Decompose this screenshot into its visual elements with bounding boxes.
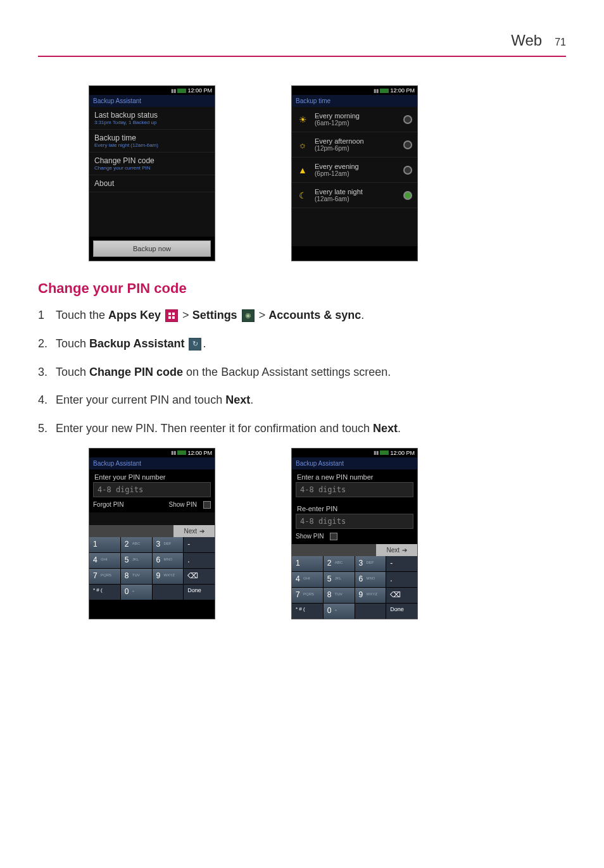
keypad-key[interactable]: * # ( bbox=[89, 585, 120, 600]
keypad-key[interactable]: 4GHI bbox=[292, 572, 323, 587]
numeric-keypad: 1 2ABC 3DEF - 4GHI 5JKL 6MNO . 7PQRS 8TU… bbox=[292, 556, 417, 619]
keypad-key[interactable]: 0+ bbox=[121, 585, 152, 600]
change-pin-heading: Change your PIN code bbox=[38, 280, 566, 297]
radio-button[interactable] bbox=[403, 166, 412, 175]
keypad-key[interactable]: 6MNO bbox=[355, 572, 386, 587]
setting-last-backup-status[interactable]: Last backup status 3:31pm Today, 1 Backe… bbox=[89, 107, 215, 130]
apps-key-icon bbox=[165, 309, 178, 322]
signal-icon: ▮▮ bbox=[374, 450, 379, 456]
next-icon: ➔ bbox=[199, 528, 204, 535]
status-clock: 12:00 PM bbox=[187, 450, 212, 456]
screen-title: Backup time bbox=[292, 95, 417, 107]
keypad-key[interactable]: . bbox=[386, 572, 417, 587]
radio-button[interactable] bbox=[403, 115, 412, 124]
keypad-key[interactable]: 4GHI bbox=[89, 553, 120, 568]
keypad-key[interactable]: 3DEF bbox=[355, 556, 386, 571]
evening-icon: ▲ bbox=[297, 164, 308, 176]
keypad-key[interactable]: 7PQRS bbox=[292, 588, 323, 603]
keypad-key[interactable]: 8TUV bbox=[121, 569, 152, 584]
step-4: 4. Enter your current PIN and touch Next… bbox=[38, 391, 566, 409]
backup-now-button[interactable]: Backup now bbox=[93, 240, 211, 257]
step-2: 2. Touch Backup Assistant ↻. bbox=[38, 335, 566, 353]
option-every-late-night[interactable]: ☾ Every late night (12am-6am) bbox=[292, 183, 417, 208]
option-every-evening[interactable]: ▲ Every evening (6pm-12am) bbox=[292, 158, 417, 183]
keypad-key[interactable] bbox=[355, 604, 386, 619]
status-clock: 12:00 PM bbox=[390, 450, 415, 456]
section-header: Web bbox=[511, 32, 542, 49]
keypad-key[interactable]: 9WXYZ bbox=[153, 569, 184, 584]
keypad-key[interactable]: 9WXYZ bbox=[355, 588, 386, 603]
header-rule bbox=[38, 56, 566, 57]
show-pin-label: Show PIN bbox=[296, 533, 324, 540]
show-pin-checkbox[interactable] bbox=[203, 501, 211, 509]
screenshot-new-pin: ▮▮ 12:00 PM Backup Assistant Enter a new… bbox=[291, 448, 418, 619]
keypad-key[interactable]: 5JKL bbox=[324, 572, 355, 587]
next-button[interactable]: Next ➔ bbox=[376, 544, 417, 556]
keypad-key[interactable]: - bbox=[184, 537, 215, 552]
enter-pin-label: Enter your PIN number bbox=[89, 469, 215, 482]
step-3: 3. Touch Change PIN code on the Backup A… bbox=[38, 363, 566, 381]
show-pin-label: Show PIN bbox=[169, 501, 197, 508]
option-every-morning[interactable]: ☀ Every morning (6am-12pm) bbox=[292, 107, 417, 132]
signal-icon: ▮▮ bbox=[374, 88, 379, 94]
keypad-done[interactable]: Done bbox=[184, 585, 215, 600]
next-icon: ➔ bbox=[402, 547, 407, 554]
next-button[interactable]: Next ➔ bbox=[173, 525, 215, 537]
battery-icon bbox=[380, 450, 389, 455]
keypad-key[interactable]: 2ABC bbox=[121, 537, 152, 552]
keypad-key[interactable]: 3DEF bbox=[153, 537, 184, 552]
reenter-pin-label: Re-enter PIN bbox=[292, 501, 417, 514]
screen-title: Backup Assistant bbox=[292, 457, 417, 469]
keypad-key[interactable]: * # ( bbox=[292, 604, 323, 619]
signal-icon: ▮▮ bbox=[171, 88, 176, 94]
screen-title: Backup Assistant bbox=[89, 457, 215, 469]
keypad-key[interactable]: - bbox=[386, 556, 417, 571]
page-number: 71 bbox=[555, 37, 566, 48]
new-pin-label: Enter a new PIN number bbox=[292, 469, 417, 482]
radio-button[interactable] bbox=[403, 191, 412, 200]
setting-change-pin[interactable]: Change PIN code Change your current PIN bbox=[89, 152, 215, 175]
keypad-key[interactable]: 1 bbox=[292, 556, 323, 571]
screenshot-enter-pin: ▮▮ 12:00 PM Backup Assistant Enter your … bbox=[89, 448, 215, 619]
show-pin-checkbox[interactable] bbox=[330, 533, 337, 540]
keypad-key[interactable]: 7PQRS bbox=[89, 569, 120, 584]
pin-input[interactable]: 4-8 digits bbox=[93, 482, 211, 497]
backup-assistant-icon: ↻ bbox=[189, 338, 201, 350]
status-clock: 12:00 PM bbox=[390, 87, 415, 94]
step-5: 5. Enter your new PIN. Then reenter it f… bbox=[38, 419, 566, 438]
forgot-pin-link[interactable]: Forgot PIN bbox=[93, 501, 123, 508]
setting-backup-time[interactable]: Backup time Every late night (12am-6am) bbox=[89, 130, 215, 152]
keypad-key[interactable] bbox=[153, 585, 184, 600]
keypad-backspace[interactable]: ⌫ bbox=[184, 569, 215, 584]
morning-icon: ☀ bbox=[297, 114, 308, 125]
new-pin-input[interactable]: 4-8 digits bbox=[296, 482, 413, 497]
radio-button[interactable] bbox=[403, 140, 412, 149]
screenshot-backup-time: ▮▮ 12:00 PM Backup time ☀ Every morning … bbox=[291, 85, 418, 261]
keypad-key[interactable]: 6MNO bbox=[153, 553, 184, 568]
screen-title: Backup Assistant bbox=[89, 95, 215, 107]
keypad-key[interactable]: 2ABC bbox=[324, 556, 355, 571]
status-clock: 12:00 PM bbox=[187, 87, 212, 94]
keypad-key[interactable]: 5JKL bbox=[121, 553, 152, 568]
keypad-key[interactable]: 8TUV bbox=[324, 588, 355, 603]
battery-icon bbox=[380, 89, 389, 93]
signal-icon: ▮▮ bbox=[171, 450, 176, 456]
keypad-key[interactable]: 0+ bbox=[324, 604, 355, 619]
numeric-keypad: 1 2ABC 3DEF - 4GHI 5JKL 6MNO . 7PQRS 8TU… bbox=[89, 537, 215, 600]
keypad-key[interactable]: . bbox=[184, 553, 215, 568]
afternoon-icon: ☼ bbox=[297, 139, 308, 151]
option-every-afternoon[interactable]: ☼ Every afternoon (12pm-6pm) bbox=[292, 132, 417, 158]
reenter-pin-input[interactable]: 4-8 digits bbox=[296, 514, 413, 529]
battery-icon bbox=[177, 89, 186, 93]
night-icon: ☾ bbox=[297, 190, 308, 201]
settings-icon: ◉ bbox=[242, 309, 255, 322]
keypad-done[interactable]: Done bbox=[386, 604, 417, 619]
battery-icon bbox=[177, 450, 186, 455]
screenshot-backup-settings: ▮▮ 12:00 PM Backup Assistant Last backup… bbox=[89, 85, 215, 261]
keypad-backspace[interactable]: ⌫ bbox=[386, 588, 417, 603]
step-1: 1 Touch the Apps Key > Settings ◉ > Acco… bbox=[38, 306, 566, 325]
setting-about[interactable]: About bbox=[89, 175, 215, 192]
keypad-key[interactable]: 1 bbox=[89, 537, 120, 552]
